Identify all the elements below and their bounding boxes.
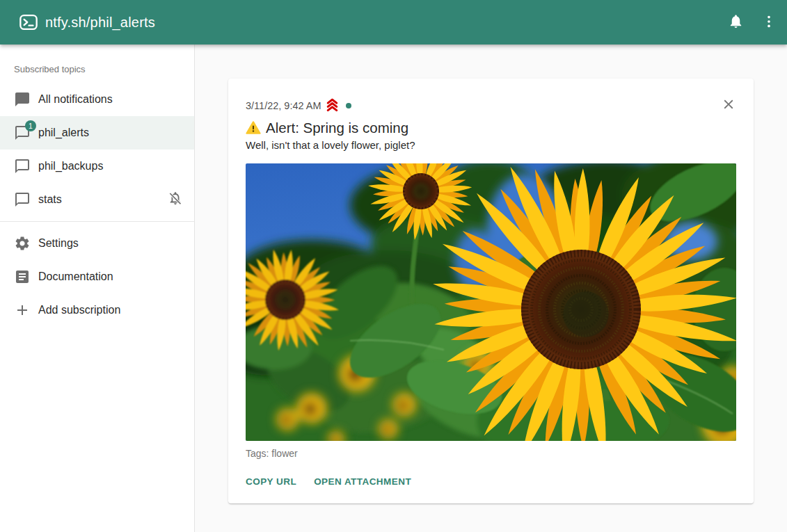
app-bar: ntfy.sh/phil_alerts: [0, 0, 787, 45]
sidebar-item-add-subscription[interactable]: Add subscription: [0, 293, 194, 327]
close-notification-button[interactable]: [719, 95, 738, 115]
sidebar-item-all-notifications[interactable]: All notifications: [0, 83, 194, 116]
sidebar-item-label: Settings: [38, 237, 79, 250]
ntfy-terminal-logo-icon: [19, 13, 38, 32]
main-content: 3/11/22, 9:42 AM: [195, 45, 787, 532]
subscribed-topics-label: Subscribed topics: [0, 54, 194, 83]
priority-high-icon: [324, 97, 340, 115]
notification-card: 3/11/22, 9:42 AM: [228, 79, 754, 503]
notification-actions: COPY URL OPEN ATTACHMENT: [246, 474, 736, 490]
notifications-off-icon: [168, 191, 183, 209]
sidebar-item-label: All notifications: [38, 93, 113, 106]
notifications-bell-button[interactable]: [722, 8, 749, 36]
bell-icon: [728, 13, 744, 31]
gear-icon: [14, 235, 31, 252]
plus-icon: [14, 302, 31, 319]
kebab-menu-icon: [761, 14, 777, 31]
attachment-image[interactable]: [246, 163, 736, 441]
appbar-actions: [722, 8, 783, 36]
notification-body: Well, isn't that a lovely flower, piglet…: [246, 139, 736, 151]
chat-bubble-outline-icon: 1: [14, 124, 31, 141]
sidebar-item-phil-alerts[interactable]: 1 phil_alerts: [0, 116, 194, 150]
notification-title-row: Alert: Spring is coming: [246, 120, 736, 136]
unread-dot-icon: [346, 103, 351, 108]
chat-bubble-outline-icon: [14, 158, 31, 175]
sidebar-item-label: Documentation: [38, 271, 113, 283]
article-icon: [14, 268, 31, 285]
sidebar-item-documentation[interactable]: Documentation: [0, 260, 194, 293]
sidebar: Subscribed topics All notifications: [0, 45, 195, 532]
chat-bubble-filled-icon: [14, 91, 31, 108]
sidebar-item-phil-backups[interactable]: phil_backups: [0, 150, 194, 183]
sidebar-item-label: phil_alerts: [38, 127, 89, 139]
sidebar-divider: [0, 221, 194, 222]
sunflower-photo: [246, 163, 736, 441]
topic-list: All notifications 1 phil_alerts: [0, 83, 194, 216]
tags-label: Tags: flower: [246, 448, 736, 459]
sidebar-item-label: phil_backups: [38, 160, 103, 172]
sidebar-item-stats[interactable]: stats: [0, 183, 194, 216]
app-root: ntfy.sh/phil_alerts Subscribed to: [0, 0, 787, 532]
sidebar-item-label: stats: [38, 193, 62, 206]
notification-meta: 3/11/22, 9:42 AM: [246, 97, 736, 115]
app-title: ntfy.sh/phil_alerts: [45, 15, 722, 31]
open-attachment-button[interactable]: OPEN ATTACHMENT: [314, 474, 411, 490]
chat-bubble-outline-icon: [14, 191, 31, 208]
notification-title: Alert: Spring is coming: [266, 120, 408, 136]
overflow-menu-button[interactable]: [755, 8, 783, 36]
close-icon: [721, 97, 736, 114]
sidebar-menu: Settings Documentation: [0, 227, 194, 327]
notification-timestamp: 3/11/22, 9:42 AM: [246, 100, 321, 111]
warning-emoji-icon: [246, 120, 261, 136]
copy-url-button[interactable]: COPY URL: [246, 474, 296, 490]
sidebar-item-settings[interactable]: Settings: [0, 227, 194, 260]
unread-count-badge: 1: [25, 120, 36, 131]
sidebar-item-label: Add subscription: [38, 304, 120, 316]
